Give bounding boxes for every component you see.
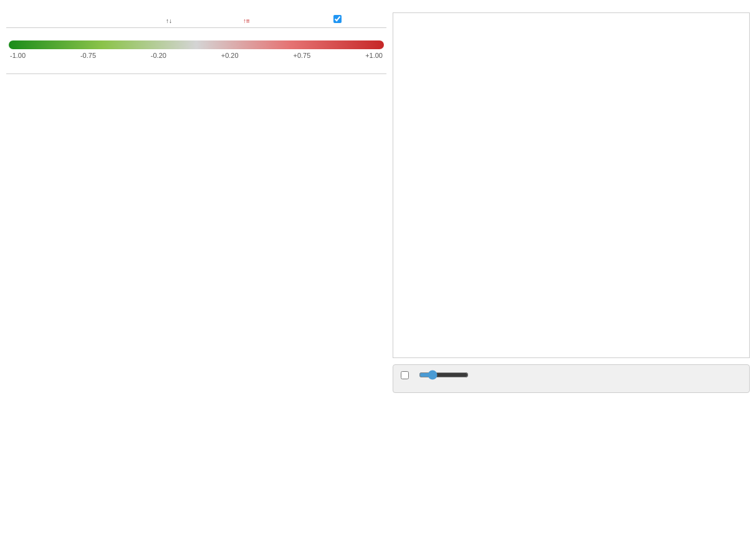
scale-neg20: -0.20 bbox=[151, 52, 166, 59]
scatter-svg bbox=[393, 13, 749, 356]
tail-slider[interactable] bbox=[419, 370, 469, 380]
scale-labels: -1.00 -0.75 -0.20 +0.20 +0.75 +1.00 bbox=[9, 52, 384, 59]
scale-neg100: -1.00 bbox=[10, 52, 26, 59]
col-symbol bbox=[6, 12, 48, 28]
main-layout: ↑↓ ↑≡ bbox=[6, 12, 750, 393]
right-panel bbox=[393, 12, 750, 393]
page-container: ↑↓ ↑≡ bbox=[0, 0, 756, 399]
tail-control bbox=[393, 364, 750, 393]
scale-neg75: -0.75 bbox=[80, 52, 96, 59]
col-relative: ↑≡ bbox=[207, 12, 286, 28]
gradient-content: -1.00 -0.75 -0.20 +0.20 +0.75 +1.00 bbox=[9, 40, 384, 64]
scale-pos20: +0.20 bbox=[221, 52, 239, 59]
chart-header-checkbox[interactable] bbox=[333, 15, 342, 23]
tail-label bbox=[401, 371, 413, 379]
col-absolute: ↑↓ bbox=[131, 12, 207, 28]
how-it-works-section: -1.00 -0.75 -0.20 +0.20 +0.75 +1.00 bbox=[6, 40, 386, 64]
tail-checkbox[interactable] bbox=[401, 371, 409, 379]
gradient-wrap: -1.00 -0.75 -0.20 +0.20 +0.75 +1.00 bbox=[6, 40, 386, 64]
sectors-table: ↑↓ ↑≡ bbox=[6, 12, 386, 28]
gradient-bar bbox=[9, 40, 384, 49]
scatter-chart bbox=[393, 12, 750, 358]
col-name bbox=[48, 12, 90, 28]
left-panel: ↑↓ ↑≡ bbox=[6, 12, 386, 393]
note bbox=[6, 73, 386, 78]
scale-pos100: +1.00 bbox=[365, 52, 383, 59]
col-holdings bbox=[89, 12, 131, 28]
col-chart bbox=[286, 12, 386, 28]
scale-pos75: +0.75 bbox=[293, 52, 310, 59]
